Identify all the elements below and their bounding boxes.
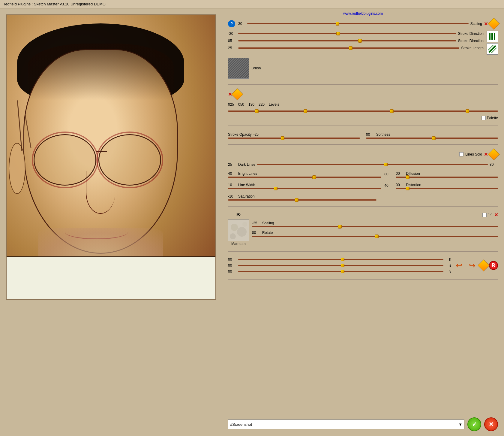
- stroke-dir2-thumb[interactable]: [358, 39, 362, 43]
- diagonal-bars-icon[interactable]: [487, 43, 498, 55]
- help-icon[interactable]: ?: [228, 20, 235, 27]
- title-bar: Redfield Plugins : Sketch Master v3.10 U…: [0, 0, 504, 8]
- levels-thumb-2[interactable]: [304, 109, 307, 113]
- canvas-area: [0, 8, 222, 436]
- marmara-scaling-thumb[interactable]: [338, 225, 342, 229]
- hair-shadow: [28, 44, 174, 100]
- lines-reset-icon[interactable]: ✕: [484, 152, 488, 157]
- levels-thumb-3[interactable]: [390, 109, 394, 113]
- levels-thumb-4[interactable]: [466, 109, 469, 113]
- stroke-dir1-value: -20: [228, 32, 236, 36]
- ok-button[interactable]: ✓: [467, 417, 481, 431]
- stroke-opacity-group: Stroke Opacity -25: [228, 132, 360, 139]
- marmara-section: 👁 Marmara 1:1: [228, 212, 498, 246]
- marmara-scaling-label-row: -25 Scaling: [252, 221, 498, 225]
- distortion-track[interactable]: [396, 188, 498, 189]
- lines-diamond-icon[interactable]: [488, 148, 500, 160]
- hsv-diamond-icon[interactable]: [478, 259, 490, 271]
- bright-lines-thumb[interactable]: [312, 175, 316, 179]
- line-width-track[interactable]: [228, 188, 381, 189]
- scaling-diamond-icon[interactable]: [488, 18, 500, 30]
- h-thumb[interactable]: [341, 258, 344, 261]
- one-to-one-checkbox[interactable]: [482, 213, 487, 217]
- r-icon[interactable]: R: [489, 261, 498, 270]
- dark-lines-thumb[interactable]: [384, 163, 388, 166]
- dark-lines-track[interactable]: [257, 164, 488, 165]
- svg-point-10: [230, 233, 236, 239]
- marmara-label: Marmara: [231, 242, 246, 246]
- dark-lines-slider-container: [257, 164, 488, 165]
- svg-line-3: [489, 46, 496, 52]
- stroke-length-row: 25 Stroke Length: [228, 46, 484, 50]
- screenshot-dropdown[interactable]: #Screenshot ▼: [228, 419, 464, 429]
- line-width-thumb[interactable]: [274, 187, 278, 190]
- lines-solo-checkbox[interactable]: [459, 152, 464, 156]
- undo-left-icon: ↩: [456, 261, 462, 270]
- levels-label: Levels: [269, 102, 279, 107]
- saturation-label: Saturation: [238, 194, 255, 198]
- v-thumb[interactable]: [341, 270, 344, 273]
- cancel-button[interactable]: ✕: [484, 417, 498, 431]
- diffusion-thumb[interactable]: [406, 175, 410, 179]
- level-val1: 025: [228, 102, 236, 107]
- hsv-section: 00 h 00 s: [228, 257, 498, 274]
- diffusion-label-row: 00 Diffusion: [396, 171, 498, 176]
- saturation-thumb[interactable]: [295, 198, 298, 202]
- v-track[interactable]: [238, 271, 443, 272]
- line-width-label-row: 10 Line Width: [228, 183, 381, 187]
- h-track[interactable]: [238, 259, 443, 260]
- marmara-rotate-label: Rotate: [262, 231, 273, 235]
- one-to-one-row: 1:1 ✕: [252, 212, 498, 218]
- bright-lines-group: 40 Bright Lines: [228, 171, 381, 178]
- palette-label: Palette: [487, 116, 498, 120]
- levels-thumb-1[interactable]: [255, 109, 259, 113]
- softness-thumb[interactable]: [432, 136, 436, 140]
- palette-checkbox[interactable]: [482, 116, 486, 120]
- diffusion-group: 00 Diffusion: [396, 171, 498, 178]
- stroke-opacity-track[interactable]: [228, 138, 360, 139]
- undo-right-btn[interactable]: ↪: [466, 260, 478, 271]
- s-thumb[interactable]: [341, 264, 344, 267]
- brush-label: Brush: [251, 66, 261, 70]
- stroke-length-thumb[interactable]: [349, 46, 352, 50]
- distortion-thumb[interactable]: [406, 187, 410, 190]
- marmara-rotate-track[interactable]: [252, 236, 498, 237]
- stroke-dir1-track[interactable]: [238, 33, 456, 34]
- glasses-red-left: [32, 132, 99, 188]
- saturation-track[interactable]: [228, 199, 376, 201]
- level-val3: 130: [248, 102, 257, 107]
- stroke-opacity-thumb[interactable]: [281, 136, 284, 140]
- stroke-controls: -20 Stroke Direction 05: [228, 31, 484, 51]
- levels-diamond-icon[interactable]: [231, 88, 243, 100]
- s-track[interactable]: [238, 265, 443, 266]
- marmara-preview: [228, 220, 249, 241]
- distortion-label: Distortion: [406, 183, 421, 187]
- diffusion-track[interactable]: [396, 177, 498, 178]
- marmara-scaling-track[interactable]: [252, 226, 498, 227]
- scaling-value: -30: [237, 22, 245, 26]
- vertical-bars-icon[interactable]: [487, 31, 498, 42]
- eye-icon[interactable]: 👁: [236, 212, 241, 218]
- scaling-track[interactable]: [247, 23, 469, 24]
- stroke-direction-1-row: -20 Stroke Direction: [228, 32, 484, 36]
- bright-lines-track[interactable]: [228, 177, 381, 178]
- website-link[interactable]: www.redfieldplugins.com: [228, 11, 498, 16]
- marmara-reset-icon[interactable]: ✕: [494, 212, 498, 218]
- marmara-rotate-thumb[interactable]: [375, 235, 379, 238]
- stroke-dir1-thumb[interactable]: [336, 32, 340, 35]
- stroke-dir2-track[interactable]: [238, 40, 456, 41]
- marmara-rotate-group: 00 Rotate: [252, 230, 498, 237]
- svg-point-7: [231, 224, 238, 231]
- softness-track[interactable]: [366, 138, 498, 139]
- scaling-reset-icon[interactable]: ✕: [484, 21, 488, 27]
- saturation-value: -10: [228, 194, 236, 198]
- levels-track[interactable]: [228, 111, 498, 112]
- portrait-background: [7, 15, 215, 299]
- bright-diffusion-row: 40 Bright Lines 80 00 Diffusion: [228, 171, 498, 178]
- stroke-dir2-slider-container: [238, 40, 456, 41]
- stroke-length-track[interactable]: [238, 47, 459, 49]
- stroke-length-label: Stroke Length: [461, 46, 484, 50]
- v-slider-container: [238, 271, 443, 272]
- undo-left-btn[interactable]: ↩: [453, 260, 465, 271]
- scaling-thumb[interactable]: [336, 22, 339, 26]
